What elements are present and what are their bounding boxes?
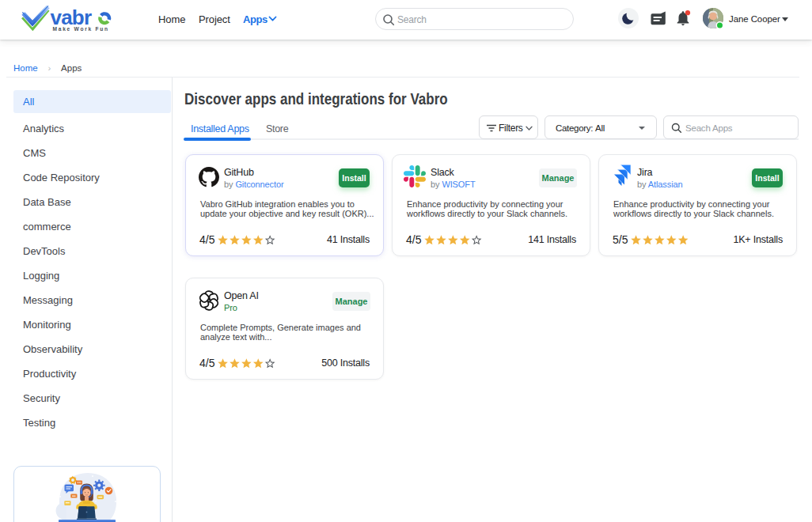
svg-text:Make Work Fun: Make Work Fun — [53, 26, 109, 32]
